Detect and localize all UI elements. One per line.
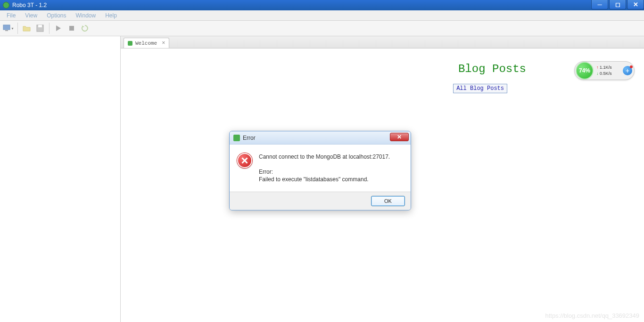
tab-close-icon[interactable]: × bbox=[162, 40, 165, 47]
cpu-percent-circle: 74% bbox=[576, 62, 594, 80]
dialog-message: Cannot connect to the MongoDB at localho… bbox=[259, 153, 403, 183]
window-controls: ─ ◻ ✕ bbox=[590, 0, 644, 9]
ok-button[interactable]: OK bbox=[371, 196, 405, 206]
menu-bar: File View Options Window Help bbox=[0, 10, 644, 21]
error-line-2: Error: bbox=[259, 168, 403, 176]
connections-sidebar bbox=[0, 36, 121, 322]
open-button[interactable] bbox=[21, 23, 33, 34]
dialog-titlebar[interactable]: Error ✕ bbox=[230, 131, 411, 145]
menu-options[interactable]: Options bbox=[42, 11, 71, 20]
stop-button[interactable] bbox=[66, 23, 77, 34]
tab-bar: Welcome × bbox=[121, 36, 644, 48]
dialog-footer: OK bbox=[230, 192, 411, 210]
error-line-1: Cannot connect to the MongoDB at localho… bbox=[259, 153, 403, 161]
app-icon bbox=[3, 2, 9, 8]
minimize-button[interactable]: ─ bbox=[591, 0, 608, 9]
leaf-icon bbox=[233, 135, 240, 141]
leaf-icon bbox=[128, 41, 132, 46]
monitor-icon bbox=[3, 24, 10, 32]
error-icon bbox=[237, 153, 252, 168]
connect-button[interactable]: ▼ bbox=[3, 23, 14, 34]
toolbar-separator bbox=[17, 23, 18, 34]
error-line-3: Failed to execute "listdatabases" comman… bbox=[259, 176, 403, 183]
download-speed: 0.5K/s bbox=[596, 71, 623, 77]
tab-welcome[interactable]: Welcome × bbox=[124, 38, 169, 48]
svg-rect-0 bbox=[3, 25, 10, 30]
widget-add-button[interactable]: + bbox=[623, 66, 632, 75]
svg-rect-3 bbox=[38, 25, 42, 27]
all-blog-posts-link[interactable]: All Blog Posts bbox=[453, 84, 507, 93]
window-titlebar: Robo 3T - 1.2 ─ ◻ ✕ bbox=[0, 0, 644, 10]
blog-posts-heading: Blog Posts bbox=[458, 63, 526, 75]
dialog-close-button[interactable]: ✕ bbox=[390, 133, 409, 141]
menu-help[interactable]: Help bbox=[100, 11, 122, 20]
toolbar-separator bbox=[49, 23, 50, 34]
chevron-down-icon: ▼ bbox=[11, 27, 14, 30]
menu-view[interactable]: View bbox=[20, 11, 42, 20]
dialog-title: Error bbox=[243, 135, 256, 141]
svg-rect-4 bbox=[69, 26, 74, 31]
maximize-button[interactable]: ◻ bbox=[609, 0, 626, 9]
upload-speed: 1.1K/s bbox=[596, 64, 623, 71]
menu-window[interactable]: Window bbox=[71, 11, 101, 20]
percent-value: 74% bbox=[579, 67, 590, 74]
save-icon bbox=[36, 24, 44, 32]
svg-rect-1 bbox=[5, 30, 8, 31]
dialog-body: Cannot connect to the MongoDB at localho… bbox=[230, 145, 411, 192]
menu-file[interactable]: File bbox=[2, 11, 20, 20]
rotate-button[interactable] bbox=[79, 23, 91, 34]
rotate-icon bbox=[81, 24, 89, 32]
window-title: Robo 3T - 1.2 bbox=[12, 2, 47, 8]
stop-icon bbox=[68, 25, 75, 32]
save-button[interactable] bbox=[34, 23, 46, 34]
folder-open-icon bbox=[23, 24, 31, 32]
network-stats: 1.1K/s 0.5K/s bbox=[594, 64, 623, 77]
run-button[interactable] bbox=[53, 23, 64, 34]
tab-label: Welcome bbox=[135, 40, 157, 46]
error-dialog: Error ✕ Cannot connect to the MongoDB at… bbox=[229, 131, 411, 210]
network-widget[interactable]: 74% 1.1K/s 0.5K/s + bbox=[574, 61, 635, 80]
toolbar: ▼ bbox=[0, 21, 644, 36]
close-button[interactable]: ✕ bbox=[627, 0, 644, 9]
play-icon bbox=[55, 25, 62, 32]
watermark: https://blog.csdn.net/qq_33692349 bbox=[545, 312, 640, 319]
